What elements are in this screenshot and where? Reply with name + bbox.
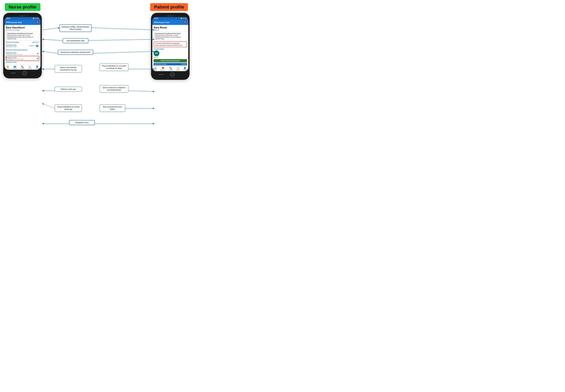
- patient-app-bar: PROAssist-Test ?: [152, 20, 188, 25]
- nurse-patient4-name: Pazientex Testx: [6, 61, 16, 63]
- ann-navigation-menu: Navigation menu: [69, 120, 95, 125]
- nurse-risorse-icon: 📋: [28, 65, 31, 68]
- svg-line-4: [42, 51, 58, 53]
- nurse-patient3-arrow: ›: [38, 58, 39, 59]
- nurse-patient4-right: ›: [39, 61, 39, 63]
- patient-contact-avatar[interactable]: MR: [154, 50, 159, 56]
- nurse-user-name: Sara Gaurducci: [6, 26, 39, 29]
- patient-phone-screen: 15:42 📶 44%🔋 PROAssist-Test ? Sara Rossi…: [152, 17, 188, 71]
- nurse-patient1-arrow: ›: [39, 45, 39, 47]
- patient-alert-icon: ⚠: [155, 42, 156, 44]
- patient-status-bar: 15:42 📶 44%🔋: [152, 17, 188, 20]
- nurse-phone-screen: 15:42 📶 44%🔋 PROAssist-Test ? Sara Gaurd…: [4, 17, 41, 70]
- patient-questionnaire-card[interactable]: ℹ Questionario di gradimento dei servizi…: [154, 32, 187, 41]
- patient-notch: [152, 15, 188, 17]
- nurse-patient1-name: Pazientex Testx: [6, 44, 17, 46]
- ann-patient-care: Patient care activities scheduled for th…: [55, 65, 82, 73]
- nurse-nav-bar: 🏠 Home 👥 Pazienti 📞 Contatti 📋 Risorse 👤…: [4, 65, 41, 70]
- patient-alert-card[interactable]: ⚠ Nessuna misurazione inserita oggi Ulti…: [154, 42, 187, 47]
- nurse-help-button[interactable]: ?: [36, 21, 39, 24]
- nurse-patient1-meta: 4 attività - 1: [29, 45, 36, 47]
- nurse-checkup-title: Check-Up / Misurazioni Recenti: [6, 49, 27, 51]
- patient-profilo-icon: 👤: [184, 67, 186, 69]
- nurse-daily-title: Percorsi Giornalieri: [6, 42, 19, 43]
- nurse-user-role: Infermiere di Famiglia: [6, 29, 39, 31]
- patient-info-icon: ℹ: [155, 33, 155, 34]
- patient-user-role: Paziente: [154, 29, 187, 31]
- patient-guide-date: 27/05/24: [181, 63, 186, 65]
- patient-status-icons: 📶 44%🔋: [181, 18, 187, 19]
- nurse-questionnaire-card[interactable]: ℹ Questionario di gradimento dei servizi…: [6, 32, 39, 41]
- patient-nav-profilo[interactable]: 👤 Profilo: [183, 67, 186, 70]
- nurse-patient4-row[interactable]: Pazientex Testx ›: [6, 61, 39, 64]
- patient-home-icon: 🏠: [154, 67, 157, 69]
- nurse-status-bar: 15:42 📶 44%🔋: [4, 17, 41, 20]
- svg-line-10: [42, 104, 55, 108]
- nurse-patient3-date: 18 Mag 2024, 07:57 - Inf. Coord.: [6, 58, 23, 60]
- nurse-app-title: PROAssist-Test: [6, 21, 22, 24]
- nurse-patient2-name: Pazientex Testx: [6, 52, 23, 54]
- nurse-contatti-icon: 📞: [21, 65, 24, 68]
- ann-satisfaction: Anonymous satisfaction questionnaire: [58, 50, 93, 55]
- patient-insert-btn[interactable]: Inserisci Nuova Misurazione: [154, 59, 187, 62]
- nurse-nav-back: ‹: [33, 72, 34, 74]
- notch-slot: [19, 15, 26, 16]
- patient-questionnaire-body: Rispondi ad alcune domande, in modo comp…: [155, 35, 186, 40]
- nurse-pazienti-icon: 👥: [14, 65, 16, 68]
- ann-assistance: Assistance (FAQs, Virtual Assistant, Dir…: [59, 24, 92, 32]
- patient-notch-dot-left: [165, 15, 166, 16]
- patient-nav-misurazioni[interactable]: ❤️ Misuraz...: [160, 67, 165, 70]
- patient-nav-contatti[interactable]: 📞 Contatti: [169, 67, 173, 70]
- nurse-nav-profilo[interactable]: 👤 Profilo: [36, 65, 39, 69]
- nurse-app-bar: PROAssist-Test ?: [4, 20, 41, 25]
- patient-nav-bar: 🏠 Home ❤️ Misuraz... 📞 Contatti 📋 Risors…: [152, 66, 188, 71]
- patient-contacts-title: Contatti Rapidi: [154, 48, 187, 50]
- nurse-phone-bottom: ‹: [4, 70, 41, 76]
- ann-visual-no-health: Visual notification for no health record…: [99, 63, 128, 71]
- svg-line-3: [88, 39, 154, 41]
- patient-help-button[interactable]: ?: [184, 21, 187, 24]
- patient-alert-body: Ultima misurazione inserita il 30/05/24,…: [155, 44, 186, 46]
- nurse-patient3-dot: [37, 58, 38, 59]
- nurse-patient1-row[interactable]: Pazientex Testx Ultima attività: 09:00 4…: [6, 44, 39, 48]
- patient-phone-bottom: ‹: [152, 71, 188, 78]
- nurse-phone-content: Sara Gaurducci Infermiere di Famiglia ℹ …: [4, 25, 41, 65]
- nurse-home-icon: 🏠: [7, 65, 9, 68]
- patient-phone-content: Sara Rossi Paziente ℹ Questionario di gr…: [152, 25, 188, 66]
- nurse-nav-risorse[interactable]: 📋 Risorse: [28, 65, 32, 69]
- patient-nav-pill: [159, 74, 164, 75]
- patient-nav-home[interactable]: 🏠 Home: [154, 67, 157, 70]
- nurse-daily-link[interactable]: VEDI TUTTI: [32, 42, 39, 43]
- nurse-profile-label: Nurse profile: [5, 3, 40, 11]
- patient-questionnaire-title: ℹ Questionario di gradimento dei servizi: [155, 33, 186, 34]
- patient-contact-name: Mario R.: [154, 57, 187, 58]
- nurse-nav-pazienti[interactable]: 👥 Pazienti: [13, 65, 17, 69]
- patient-notch-dot-right: [174, 15, 175, 16]
- svg-line-0: [42, 28, 59, 30]
- notch-dot-right: [27, 15, 28, 16]
- nurse-nav-home[interactable]: 🏠 Home: [6, 65, 9, 69]
- ann-user-id: User identification data: [63, 38, 88, 43]
- nurse-checkup-header: Check-Up / Misurazioni Recenti: [6, 49, 39, 51]
- patient-guide-label: GUIDA ALL'UTILIZZO: [155, 63, 167, 65]
- nurse-status-time: 15:42: [6, 17, 10, 19]
- patient-nav-risorse[interactable]: 📋 Risorse: [176, 67, 180, 70]
- ann-new-measurement: New measurement entry button: [99, 104, 125, 112]
- patient-status-time: 15:42: [154, 17, 158, 19]
- nurse-home-btn[interactable]: [22, 71, 27, 75]
- nurse-patient2-row[interactable]: Pazientex Testx 18 Mag 2024, 23:16 - Ass…: [6, 51, 39, 56]
- patient-risorse-icon: 📋: [177, 67, 179, 69]
- nurse-patient3-row[interactable]: Pazientex Testx 18 Mag 2024, 07:57 - Inf…: [6, 56, 39, 61]
- ann-patients-checkups: Patients' check-ups: [55, 87, 82, 92]
- nurse-patient2-date: 18 Mag 2024, 23:16 - Ass. Soc.: [6, 54, 23, 55]
- patient-notch-slot: [167, 15, 173, 16]
- patient-home-btn[interactable]: [170, 72, 175, 77]
- svg-line-5: [93, 51, 154, 53]
- nurse-nav-pill: [11, 73, 16, 73]
- nurse-nav-contatti[interactable]: 📞 Contatti: [21, 65, 24, 69]
- nurse-info-icon: ℹ: [7, 33, 7, 34]
- svg-line-2: [42, 39, 63, 41]
- patient-misurazioni-icon: ❤️: [162, 67, 164, 69]
- nurse-patient2-right: ›: [37, 53, 39, 55]
- nurse-status-icons: 📶 44%🔋: [33, 18, 39, 19]
